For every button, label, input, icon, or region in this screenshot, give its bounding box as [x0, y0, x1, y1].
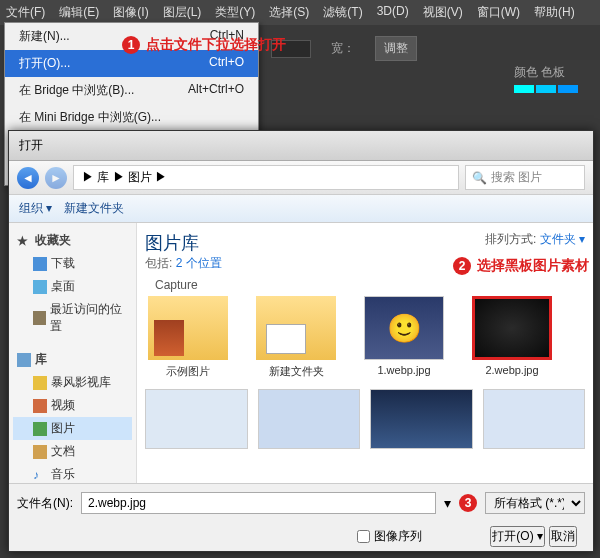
badge-2: 2 — [453, 257, 471, 275]
sequence-label: 图像序列 — [374, 528, 422, 545]
badge-1: 1 — [122, 36, 140, 54]
sidebar-video[interactable]: 视频 — [13, 394, 132, 417]
recent-icon — [33, 311, 46, 325]
open-button[interactable]: 打开(O) ▾ — [490, 526, 545, 547]
filename-input[interactable] — [81, 492, 436, 514]
group-label: Capture — [155, 278, 585, 292]
file-2webp[interactable]: 2.webp.jpg — [469, 296, 555, 379]
menu-edit[interactable]: 编辑(E) — [59, 4, 99, 21]
mi-minibridge[interactable]: 在 Mini Bridge 中浏览(G)... — [5, 104, 258, 131]
sequence-checkbox[interactable] — [357, 530, 370, 543]
menu-window[interactable]: 窗口(W) — [477, 4, 520, 21]
dialog-toolbar: 组织 ▾ 新建文件夹 — [9, 195, 593, 223]
dialog-title: 打开 — [9, 131, 593, 161]
color-panel-title: 颜色 色板 — [514, 64, 596, 81]
sidebar-libraries[interactable]: 库 — [13, 348, 132, 371]
sidebar-documents[interactable]: 文档 — [13, 440, 132, 463]
video-icon — [33, 399, 47, 413]
folder-icon — [256, 296, 336, 360]
image-thumb-selected — [472, 296, 552, 360]
dropdown-icon[interactable]: ▾ — [444, 495, 451, 511]
documents-icon — [33, 445, 47, 459]
menu-file[interactable]: 文件(F) — [6, 4, 45, 21]
back-button[interactable]: ◄ — [17, 167, 39, 189]
desktop-icon — [33, 280, 47, 294]
annotation-2-text: 选择黑板图片素材 — [477, 257, 589, 275]
badge-3: 3 — [459, 494, 477, 512]
cancel-button[interactable]: 取消 — [549, 526, 577, 547]
music-icon: ♪ — [33, 468, 47, 482]
sidebar-downloads[interactable]: 下载 — [13, 252, 132, 275]
annotation-2: 2 选择黑板图片素材 — [453, 257, 589, 275]
thumb-extra-4[interactable] — [483, 389, 586, 449]
menu-filter[interactable]: 滤镜(T) — [323, 4, 362, 21]
sidebar-desktop[interactable]: 桌面 — [13, 275, 132, 298]
menu-view[interactable]: 视图(V) — [423, 4, 463, 21]
menu-image[interactable]: 图像(I) — [113, 4, 148, 21]
color-panel[interactable]: 颜色 色板 — [510, 60, 600, 100]
star-icon: ★ — [17, 234, 31, 248]
file-browser: 图片库 包括: 2 个位置 排列方式: 文件夹 ▾ 2 选择黑板图片素材 Cap… — [137, 223, 593, 483]
open-dialog: 打开 ◄ ► ▶ 库 ▶ 图片 ▶ 🔍搜索 图片 组织 ▾ 新建文件夹 ★收藏夹… — [8, 130, 594, 552]
sidebar: ★收藏夹 下载 桌面 最近访问的位置 库 暴风影视库 视频 图片 文档 ♪音乐 — [9, 223, 137, 483]
storm-icon — [33, 376, 47, 390]
adjust-button[interactable]: 调整 — [375, 36, 417, 61]
annotation-1-text: 点击文件下拉选择打开 — [146, 36, 286, 54]
width-label: 宽： — [331, 40, 355, 57]
pictures-icon — [33, 422, 47, 436]
file-sample[interactable]: 示例图片 — [145, 296, 231, 379]
search-icon: 🔍 — [472, 171, 487, 185]
mi-open[interactable]: 打开(O)...Ctrl+O — [5, 50, 258, 77]
sequence-row: 图像序列 打开(O) ▾ 取消 — [9, 522, 593, 551]
library-subtitle: 包括: 2 个位置 — [145, 255, 222, 272]
sort-dropdown[interactable]: 文件夹 ▾ — [540, 232, 585, 246]
thumb-extra-1[interactable] — [145, 389, 248, 449]
breadcrumb[interactable]: ▶ 库 ▶ 图片 ▶ — [73, 165, 459, 190]
new-folder-button[interactable]: 新建文件夹 — [64, 200, 124, 217]
organize-menu[interactable]: 组织 ▾ — [19, 200, 52, 217]
mi-bridge[interactable]: 在 Bridge 中浏览(B)...Alt+Ctrl+O — [5, 77, 258, 104]
forward-button[interactable]: ► — [45, 167, 67, 189]
thumb-extra-2[interactable] — [258, 389, 361, 449]
sidebar-recent[interactable]: 最近访问的位置 — [13, 298, 132, 338]
menu-layer[interactable]: 图层(L) — [163, 4, 202, 21]
search-input[interactable]: 🔍搜索 图片 — [465, 165, 585, 190]
sidebar-storm[interactable]: 暴风影视库 — [13, 371, 132, 394]
sidebar-pictures[interactable]: 图片 — [13, 417, 132, 440]
sidebar-music[interactable]: ♪音乐 — [13, 463, 132, 483]
thumb-extra-3[interactable] — [370, 389, 473, 449]
folder-icon — [148, 296, 228, 360]
download-icon — [33, 257, 47, 271]
image-thumb: 🙂 — [364, 296, 444, 360]
dialog-navbar: ◄ ► ▶ 库 ▶ 图片 ▶ 🔍搜索 图片 — [9, 161, 593, 195]
file-newfolder[interactable]: 新建文件夹 — [253, 296, 339, 379]
locations-link[interactable]: 2 个位置 — [176, 256, 222, 270]
menu-select[interactable]: 选择(S) — [269, 4, 309, 21]
dialog-footer: 文件名(N): ▾ 3 所有格式 (*.*) — [9, 483, 593, 522]
menu-3d[interactable]: 3D(D) — [377, 4, 409, 21]
filename-label: 文件名(N): — [17, 495, 73, 512]
library-title: 图片库 — [145, 231, 222, 255]
menu-type[interactable]: 类型(Y) — [215, 4, 255, 21]
sidebar-favorites[interactable]: ★收藏夹 — [13, 229, 132, 252]
file-1webp[interactable]: 🙂 1.webp.jpg — [361, 296, 447, 379]
library-icon — [17, 353, 31, 367]
annotation-1: 1 点击文件下拉选择打开 — [122, 36, 286, 54]
format-select[interactable]: 所有格式 (*.*) — [485, 492, 585, 514]
menu-help[interactable]: 帮助(H) — [534, 4, 575, 21]
